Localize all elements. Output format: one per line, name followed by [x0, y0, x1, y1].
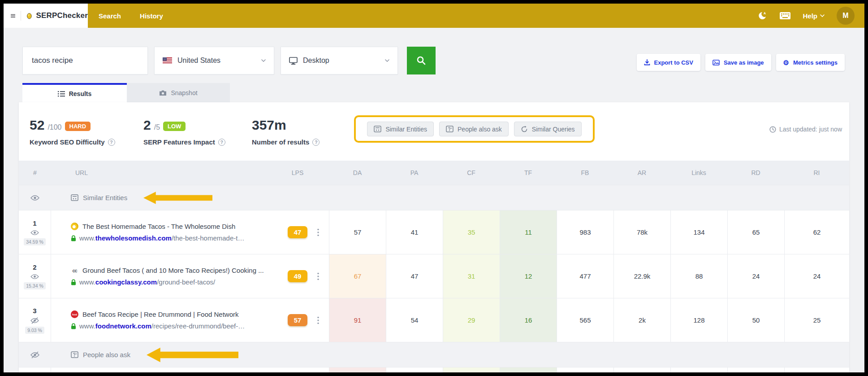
features-max: /5: [154, 123, 160, 131]
kebab-menu-icon[interactable]: [317, 228, 319, 236]
dark-mode-icon[interactable]: A: [758, 11, 768, 20]
result-title-link[interactable]: Beef Tacos Recipe | Ree Drummond | Food …: [82, 310, 239, 318]
ar-value: 22.9k: [613, 254, 670, 298]
cf-value: 35: [443, 210, 500, 254]
features-badge: LOW: [163, 122, 186, 131]
help-icon[interactable]: ?: [312, 139, 320, 146]
save-image-label: Save as image: [724, 59, 764, 66]
metrics-settings-button[interactable]: ⚙ Metrics settings: [776, 54, 845, 71]
people-also-ask-icon: [71, 351, 78, 358]
lps-badge: 57: [288, 314, 307, 326]
serpchecker-logo-icon: [26, 9, 32, 22]
result-row-2: 2 15.34 % cc Ground Beef Tacos ( and 10 …: [19, 254, 849, 298]
tab-snapshot[interactable]: Snapshot: [127, 83, 230, 102]
cf-value: 29: [443, 298, 500, 342]
eye-off-icon[interactable]: [30, 351, 39, 359]
result-url-link[interactable]: www.foodnetwork.com/recipes/ree-drummond…: [71, 322, 245, 330]
similar-entities-filter-button[interactable]: Similar Entities: [367, 122, 434, 136]
export-csv-label: Export to CSV: [654, 59, 693, 66]
feature-row-label: People also ask: [83, 351, 130, 359]
features-label: SERP Features Impact: [143, 138, 215, 146]
desktop-icon: [289, 57, 298, 65]
da-value: 57: [329, 210, 386, 254]
annotation-arrow-left: [143, 190, 212, 206]
kebab-menu-icon[interactable]: [317, 316, 319, 324]
feature-row-people-also-ask: People also ask: [19, 342, 849, 367]
tf-value: 16: [500, 298, 557, 342]
export-csv-button[interactable]: Export to CSV: [637, 54, 700, 71]
tf-cell: [500, 367, 557, 372]
pa-value: 54: [386, 298, 443, 342]
us-flag-icon: [163, 57, 172, 64]
people-also-ask-icon: [446, 126, 453, 132]
save-image-button[interactable]: Save as image: [705, 54, 771, 71]
result-url-link[interactable]: www.thewholesomedish.com/the-best-homema…: [71, 234, 244, 242]
clock-icon: [769, 126, 776, 133]
help-menu[interactable]: Help: [803, 12, 825, 20]
help-icon[interactable]: ?: [108, 139, 115, 146]
eye-icon[interactable]: [30, 274, 39, 280]
view-tabs: Results Snapshot: [22, 83, 230, 102]
nav-item-search[interactable]: Search: [99, 12, 121, 20]
keyboard-shortcuts-icon[interactable]: [780, 12, 790, 19]
fb-value: 983: [557, 210, 613, 254]
similar-entities-icon: [374, 126, 381, 132]
table-header: # URL LPS DA PA CF TF FB AR Links RD RI: [19, 161, 849, 185]
svg-text:A: A: [764, 12, 766, 15]
tf-value: 12: [500, 254, 557, 298]
device-select[interactable]: Desktop: [281, 47, 398, 74]
ar-value: 2k: [613, 298, 670, 342]
similar-entities-icon: [71, 194, 78, 201]
location-select[interactable]: United States: [154, 47, 274, 74]
col-ar: AR: [613, 169, 670, 176]
navbar-brand-area: SERPChecker: [4, 4, 88, 28]
chevron-down-icon: [820, 14, 825, 17]
rank: 3: [33, 307, 36, 315]
result-url-link[interactable]: www.cookingclassy.com/ground-beef-tacos/: [71, 278, 215, 286]
navbar-right: A Help M: [758, 4, 864, 28]
difficulty-badge: HARD: [65, 122, 91, 131]
result-title-link[interactable]: The Best Homemade Tacos - The Wholesome …: [82, 223, 235, 230]
col-url: URL: [51, 169, 266, 176]
device-value: Desktop: [303, 57, 329, 65]
eye-icon[interactable]: [30, 230, 39, 236]
cf-cell: [443, 367, 500, 372]
result-row-4-partial: 4: [19, 367, 849, 372]
chevron-down-icon: [385, 59, 389, 62]
links-value: 134: [670, 210, 727, 254]
da-value: 67: [329, 254, 386, 298]
query-bar: United States Desktop Export to: [4, 47, 864, 74]
kebab-menu-icon[interactable]: [317, 272, 319, 280]
similar-queries-filter-button[interactable]: Similar Queries: [514, 122, 582, 136]
tab-results-label: Results: [69, 90, 92, 97]
rd-value: 65: [727, 210, 784, 254]
user-avatar[interactable]: M: [837, 7, 855, 25]
results-count-stat: 357m Number of results ?: [252, 118, 320, 146]
download-icon: [644, 59, 650, 66]
nav-item-history[interactable]: History: [140, 12, 163, 20]
tab-results[interactable]: Results: [22, 83, 127, 102]
serpchecker-app: SERPChecker Search History A Help M: [4, 4, 864, 372]
results-count-value: 357m: [252, 118, 286, 133]
cf-value: 31: [443, 254, 500, 298]
search-icon: [416, 56, 426, 66]
result-title-link[interactable]: Ground Beef Tacos ( and 10 More Taco Rec…: [82, 267, 264, 274]
people-also-ask-filter-button[interactable]: People also ask: [439, 122, 509, 136]
help-icon[interactable]: ?: [218, 139, 225, 146]
ri-value: 62: [784, 210, 849, 254]
help-label: Help: [803, 12, 817, 20]
col-da: DA: [329, 169, 386, 176]
keyword-input[interactable]: [22, 47, 148, 74]
lock-icon: [71, 235, 76, 241]
menu-icon[interactable]: [11, 13, 15, 19]
search-button[interactable]: [407, 47, 436, 74]
tf-value: 11: [500, 210, 557, 254]
last-updated-text: Last updated: just now: [779, 126, 842, 133]
result-row-3: 3 9.03 % food Beef Tacos Recipe | Ree Dr…: [19, 298, 849, 342]
pa-value: 47: [386, 254, 443, 298]
rank: 2: [33, 263, 36, 271]
da-value: 91: [329, 298, 386, 342]
rd-value: 24: [727, 254, 784, 298]
eye-off-icon[interactable]: [30, 317, 39, 324]
eye-icon[interactable]: [30, 195, 39, 201]
